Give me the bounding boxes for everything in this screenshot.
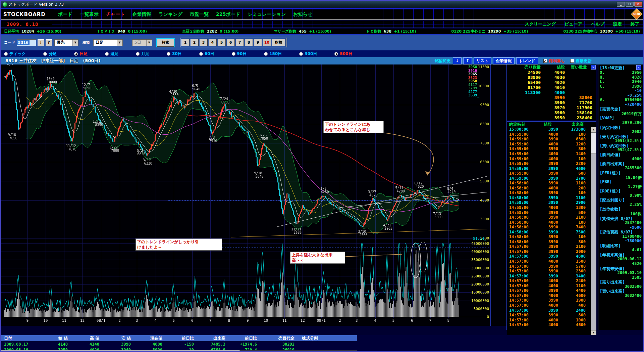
code-input[interactable]: 8316 xyxy=(17,39,36,46)
preset-number-button[interactable]: 8 xyxy=(245,39,253,46)
preset-number-button[interactable]: 3 xyxy=(200,39,208,46)
info-line: -0.25% xyxy=(600,93,642,98)
menu-item[interactable]: 一覧表示 xyxy=(79,11,98,17)
period-radio[interactable]: 150日 xyxy=(264,51,282,57)
info-line: 2003 xyxy=(600,129,642,134)
menu-item[interactable]: シミュレーション xyxy=(248,11,286,17)
time-sales-row: 14:57:00 3990 3400 xyxy=(507,273,596,278)
period-radio[interactable]: 週足 xyxy=(105,51,118,57)
sub-bar: 2009. 8.18 スクリーニング ビューア ヘルプ 設定 終了 xyxy=(1,21,643,28)
menu-bar: STOCKBOARD ボード 一覧表示 チャート 企業情報 ランキング 市況一覧… xyxy=(1,8,643,20)
time-sales-row: 14:58:00 3990 300 xyxy=(507,239,596,245)
period-radio[interactable]: 300日 xyxy=(299,51,317,57)
preset-number-button[interactable]: 5 xyxy=(218,39,226,46)
exec-time-header: 約定時刻 xyxy=(507,122,536,127)
period-radio[interactable]: 500日 xyxy=(334,51,352,57)
minimize-button[interactable]: _ xyxy=(617,2,625,7)
preset-number-button[interactable]: 1 xyxy=(181,39,190,46)
preset-number-button[interactable]: 7 xyxy=(236,39,244,46)
time-sales-row: 14:57:00 4000 1100 xyxy=(507,283,596,289)
close-icon[interactable]: ✕ xyxy=(591,65,596,70)
menu-item[interactable]: ボード xyxy=(58,11,72,17)
info-line: 2585 xyxy=(600,275,642,280)
order-book-row[interactable]: 113300 4000 xyxy=(507,90,596,95)
info-line: [売買代金] xyxy=(600,106,642,111)
chart-header-button[interactable]: トレンド xyxy=(516,57,538,64)
order-book-row[interactable]: 81700 4010 xyxy=(507,85,596,90)
order-book-row[interactable]: 65400 4020 xyxy=(507,80,596,85)
preset-number-button[interactable]: 10 xyxy=(263,39,271,46)
preset-number-button[interactable]: 4 xyxy=(209,39,217,46)
info-line: [取組比率] xyxy=(600,243,642,248)
subbar-menu-item[interactable]: スクリーニング xyxy=(525,21,556,27)
period-radio[interactable]: 分足 xyxy=(43,51,57,57)
price-chart-canvas[interactable] xyxy=(1,64,506,326)
auto-update-checkbox[interactable] xyxy=(570,59,574,63)
info-line: [PBR] xyxy=(600,179,642,184)
info-line: [年初来安値] xyxy=(600,266,642,271)
help-button[interactable]: ? xyxy=(46,39,52,46)
menu-item[interactable]: ランキング xyxy=(158,11,182,17)
subbar-menu-item[interactable]: 終了 xyxy=(631,21,639,27)
order-book-row[interactable]: 24500 4040 xyxy=(507,70,596,75)
close-button[interactable]: ✕ xyxy=(634,2,642,7)
period-radio[interactable]: 60日 xyxy=(199,51,214,57)
time-sales-panel: 約定時刻 値段 出来高 15:00:00 3990 173800 14:59:0… xyxy=(507,121,596,335)
menu-item[interactable]: チャート xyxy=(106,11,125,17)
time-sales-row: 14:57:00 3990 3000 xyxy=(507,249,596,254)
subbar-menu-item[interactable]: ヘルプ xyxy=(591,21,604,27)
quote-table-header: 株式分割 xyxy=(299,336,333,341)
rights-off-label: 権利落ち xyxy=(549,58,565,64)
time-sales-row: 14:58:00 3990 100 xyxy=(507,234,596,239)
radio-icon xyxy=(334,52,338,56)
info-line: 2009.03.10 xyxy=(600,270,642,275)
period-radio[interactable]: 90日 xyxy=(232,51,247,57)
order-book-row[interactable]: 3950 238400 xyxy=(507,115,596,120)
rights-off-checkbox[interactable]: ✓ xyxy=(543,59,547,63)
time-sales-scrollbar[interactable]: ▲ ▼ xyxy=(591,127,596,335)
close-icon[interactable]: ✕ xyxy=(636,65,641,70)
scroll-down-icon[interactable]: ▼ xyxy=(591,330,596,335)
info-line: 2537400 xyxy=(600,220,642,225)
preset-number-button[interactable]: 9 xyxy=(254,39,262,46)
quote-table-header: 出来高 xyxy=(199,336,230,341)
restore-button[interactable]: ❐ xyxy=(626,2,634,7)
chart-header-button[interactable]: ↓ xyxy=(453,57,462,64)
chart-header-button[interactable]: 企業情報 xyxy=(493,57,515,64)
info-line: [貸借売残 8/07] xyxy=(600,216,642,221)
order-book-row[interactable]: 3960 158100 xyxy=(507,110,596,115)
time-sales-row: 14:57:00 4000 4600 xyxy=(507,322,596,327)
info-line: -9600 xyxy=(600,225,642,230)
order-book-row[interactable]: 88800 4030 xyxy=(507,75,596,80)
scrollbar-thumb[interactable] xyxy=(591,132,596,154)
search-button[interactable]: 検索 xyxy=(157,39,174,47)
order-book-row[interactable]: 3970 117900 xyxy=(507,105,596,110)
subbar-menu-item[interactable]: 設定 xyxy=(613,21,622,27)
chevron-down-icon: ▼ xyxy=(72,40,78,46)
period-radio[interactable]: 月足 xyxy=(136,51,149,57)
indicator-button[interactable]: 指標 xyxy=(272,39,285,46)
chart-header-button[interactable]: リスト xyxy=(474,57,491,64)
menu-item[interactable]: 225ボード xyxy=(216,11,240,17)
chart-header-button[interactable]: ↑ xyxy=(463,57,472,64)
order-book-row[interactable]: 3980 71700 xyxy=(507,100,596,105)
update-time-label: [15:00更新] xyxy=(600,65,642,70)
menu-item[interactable]: お知らせ xyxy=(293,11,312,17)
order-book-row[interactable]: 3990 38800 xyxy=(507,95,596,100)
preset-number-button[interactable]: 6 xyxy=(227,39,235,46)
period-radio[interactable]: 日足 xyxy=(74,51,88,57)
menu-item[interactable]: 企業情報 xyxy=(132,11,151,17)
period-radio[interactable]: 30日 xyxy=(167,51,182,57)
subbar-menu-item[interactable]: ビューア xyxy=(565,21,582,27)
code-spinner-button[interactable]: ↓ xyxy=(38,39,44,46)
time-sales-row: 14:59:00 3990 4600 xyxy=(507,166,596,171)
time-sales-row: 14:57:00 3990 1900 xyxy=(507,298,596,303)
ma-value-legend: 3958 3910 3965 3623 3958 4117 3799 4277 … xyxy=(468,65,488,97)
type-select[interactable]: 日足▼ xyxy=(93,39,123,46)
horizontal-scrollbar-thumb[interactable] xyxy=(1,350,240,352)
menu-item[interactable]: 市況一覧 xyxy=(190,11,209,17)
priority-select[interactable]: 優先▼ xyxy=(54,39,78,46)
preset-number-button[interactable]: 2 xyxy=(191,39,199,46)
scroll-up-icon[interactable]: ▲ xyxy=(591,127,596,132)
period-radio[interactable]: ティック xyxy=(4,51,26,57)
